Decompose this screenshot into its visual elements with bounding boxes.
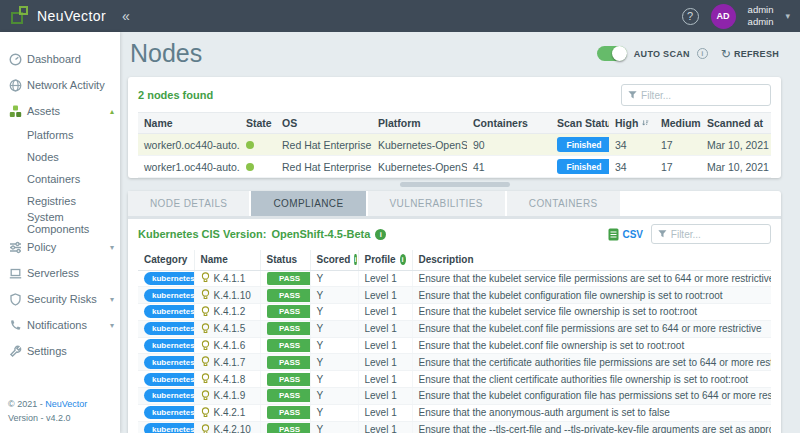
status-badge: PASS (267, 272, 311, 285)
bulb-icon (201, 306, 210, 318)
tab-vulnerabilities[interactable]: VULNERABILITIES (368, 191, 505, 216)
compliance-row[interactable]: kubernetes K.4.1.5 PASS Y Level 1 Ensure… (138, 320, 771, 337)
sidebar-footer: © 2021 - NeuVector Version - v4.2.0 (0, 392, 120, 433)
user-menu-caret-icon[interactable]: ▾ (785, 11, 790, 21)
top-header-bar: NeuVector « ? AD admin admin ▾ (0, 0, 800, 32)
bulb-icon (201, 407, 210, 419)
notifications-icon (8, 319, 22, 332)
scan-status-badge: Finished (557, 137, 609, 152)
nodes-filter-input[interactable] (641, 90, 764, 101)
info-icon[interactable]: i (375, 229, 386, 240)
compliance-filter-input[interactable] (671, 229, 764, 240)
settings-icon (8, 345, 22, 358)
cis-version: Kubernetes CIS Version: OpenShift-4.5-Be… (138, 228, 386, 240)
col-scanned-at[interactable]: Scanned at (701, 113, 771, 134)
serverless-icon (8, 267, 22, 280)
tab-containers[interactable]: CONTAINERS (507, 191, 620, 216)
tab-compliance[interactable]: COMPLIANCE (251, 191, 365, 216)
status-badge: PASS (267, 289, 311, 302)
chevron-up-icon: ▴ (110, 107, 114, 116)
neuvector-logo: NeuVector (10, 6, 106, 26)
sidebar-collapse-button[interactable]: « (122, 8, 130, 24)
node-row-worker1[interactable]: worker1.oc440-auto.local Red Hat Enterpr… (138, 156, 771, 178)
sidebar-item-serverless[interactable]: Serverless (0, 260, 120, 286)
info-icon[interactable]: i (354, 254, 356, 265)
category-badge: kubernetes (144, 389, 194, 402)
nodes-table: Name State OS Platform Containers Scan S… (138, 112, 771, 178)
sidebar-item-security-risks[interactable]: Security Risks ▾ (0, 286, 120, 312)
col-name[interactable]: Name (194, 250, 260, 270)
col-platform[interactable]: Platform (372, 113, 467, 134)
compliance-row[interactable]: kubernetes K.4.1.8 PASS Y Level 1 Ensure… (138, 371, 771, 388)
sidebar-item-settings[interactable]: Settings (0, 338, 120, 364)
info-icon[interactable]: i (400, 254, 406, 265)
neuvector-footer-link[interactable]: NeuVector (45, 399, 87, 409)
col-status[interactable]: Status (260, 250, 310, 270)
scan-status-badge: Finished (557, 159, 609, 174)
col-os[interactable]: OS (276, 113, 372, 134)
col-category[interactable]: Category (138, 250, 194, 270)
neuvector-logo-icon (10, 6, 30, 26)
category-badge: kubernetes (144, 423, 194, 433)
col-profile[interactable]: Profilei (358, 250, 412, 270)
col-name[interactable]: Name (138, 113, 240, 134)
compliance-row[interactable]: kubernetes K.4.2.1 PASS Y Level 1 Ensure… (138, 404, 771, 421)
sidebar-item-policy[interactable]: Policy ▾ (0, 234, 120, 260)
bulb-icon (201, 356, 210, 368)
export-csv-button[interactable]: CSV (608, 228, 643, 241)
filter-funnel-icon (658, 229, 667, 239)
status-badge: PASS (267, 389, 311, 402)
category-badge: kubernetes (144, 406, 194, 419)
refresh-icon: ↻ (721, 48, 731, 60)
compliance-filter[interactable] (651, 224, 771, 244)
sidebar-item-assets[interactable]: Assets ▴ (0, 98, 120, 124)
col-state[interactable]: State (240, 113, 276, 134)
status-badge: PASS (267, 339, 311, 352)
compliance-row[interactable]: kubernetes K.4.1.1 PASS Y Level 1 Ensure… (138, 270, 771, 287)
status-badge: PASS (267, 423, 311, 433)
avatar[interactable]: AD (711, 4, 736, 29)
sidebar-item-dashboard[interactable]: Dashboard (0, 46, 120, 72)
bulb-icon (201, 373, 210, 385)
network-activity-icon (8, 79, 22, 92)
info-icon[interactable]: i (697, 48, 708, 59)
tab-node-details[interactable]: NODE DETAILS (128, 191, 249, 216)
col-scored[interactable]: Scoredi (310, 250, 358, 270)
brand-name: NeuVector (37, 8, 106, 24)
node-row-worker0[interactable]: worker0.oc440-auto.local Red Hat Enterpr… (138, 134, 771, 156)
compliance-row[interactable]: kubernetes K.4.1.2 PASS Y Level 1 Ensure… (138, 304, 771, 321)
help-icon[interactable]: ? (682, 8, 699, 25)
category-badge: kubernetes (144, 305, 194, 318)
compliance-row[interactable]: kubernetes K.4.1.6 PASS Y Level 1 Ensure… (138, 337, 771, 354)
sidebar-item-notifications[interactable]: Notifications ▾ (0, 312, 120, 338)
col-containers[interactable]: Containers (467, 113, 551, 134)
nodes-filter[interactable] (621, 84, 771, 106)
sidebar-item-system-components[interactable]: System Components (0, 212, 120, 234)
sidebar-item-network-activity[interactable]: Network Activity (0, 72, 120, 98)
compliance-row[interactable]: kubernetes K.4.2.10 PASS Y Level 1 Ensur… (138, 421, 771, 433)
sort-descending-icon (642, 118, 649, 128)
auto-scan-toggle[interactable] (597, 46, 627, 61)
nodes-table-header: Name State OS Platform Containers Scan S… (138, 113, 771, 134)
dashboard-icon (8, 53, 22, 66)
col-medium[interactable]: Medium (655, 113, 701, 134)
sidebar-item-nodes[interactable]: Nodes (0, 146, 120, 168)
sidebar-item-platforms[interactable]: Platforms (0, 124, 120, 146)
chevron-down-icon: ▾ (110, 321, 114, 330)
col-high[interactable]: High (609, 113, 655, 134)
sidebar-item-registries[interactable]: Registries (0, 190, 120, 212)
status-badge: PASS (267, 322, 311, 335)
category-badge: kubernetes (144, 289, 194, 302)
compliance-row[interactable]: kubernetes K.4.1.7 PASS Y Level 1 Ensure… (138, 354, 771, 371)
sidebar-item-containers[interactable]: Containers (0, 168, 120, 190)
security-risks-icon (8, 293, 22, 306)
compliance-row[interactable]: kubernetes K.4.1.10 PASS Y Level 1 Ensur… (138, 287, 771, 304)
compliance-row[interactable]: kubernetes K.4.1.9 PASS Y Level 1 Ensure… (138, 388, 771, 405)
panel-resize-handle[interactable] (400, 182, 510, 187)
category-badge: kubernetes (144, 339, 194, 352)
col-scan-status[interactable]: Scan Status (551, 113, 609, 134)
detail-tabs: NODE DETAILS COMPLIANCE VULNERABILITIES … (128, 191, 781, 216)
col-description[interactable]: Description (412, 250, 771, 270)
filter-funnel-icon (628, 90, 637, 100)
refresh-button[interactable]: ↻ REFRESH (721, 48, 779, 60)
